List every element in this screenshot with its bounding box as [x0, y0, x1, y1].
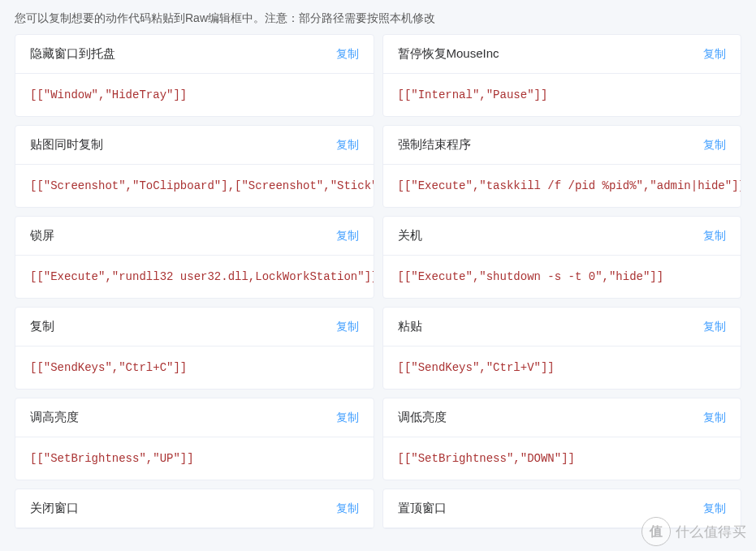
action-card: 置顶窗口复制 — [382, 489, 742, 529]
action-card: 暂停恢复MouseInc复制[["Internal","Pause"]] — [382, 34, 742, 117]
card-header: 暂停恢复MouseInc复制 — [383, 35, 741, 74]
card-title: 复制 — [30, 319, 54, 334]
card-code: [["Internal","Pause"]] — [383, 74, 741, 116]
card-code: [["Execute","taskkill /f /pid %pid%","ad… — [383, 165, 741, 207]
card-code: [["SetBrightness","DOWN"]] — [383, 437, 741, 480]
card-code: [["SendKeys","Ctrl+V"]] — [383, 347, 741, 389]
copy-button[interactable]: 复制 — [336, 501, 359, 516]
copy-button[interactable]: 复制 — [336, 229, 359, 243]
card-header: 粘贴复制 — [383, 308, 741, 347]
copy-button[interactable]: 复制 — [703, 47, 726, 62]
action-card: 锁屏复制[["Execute","rundll32 user32.dll,Loc… — [15, 216, 374, 299]
card-title: 贴图同时复制 — [30, 137, 103, 153]
action-card: 贴图同时复制复制[["Screenshot","ToClipboard"],["… — [15, 125, 374, 208]
card-title: 置顶窗口 — [398, 501, 447, 516]
copy-button[interactable]: 复制 — [703, 501, 726, 516]
card-header: 贴图同时复制复制 — [15, 126, 374, 165]
card-header: 调低亮度复制 — [383, 398, 741, 437]
card-code: [["SendKeys","Ctrl+C"]] — [15, 347, 374, 389]
copy-button[interactable]: 复制 — [336, 411, 359, 425]
cards-grid: 隐藏窗口到托盘复制[["Window","HideTray"]]暂停恢复Mous… — [0, 34, 756, 544]
card-code: [["Execute","rundll32 user32.dll,LockWor… — [15, 256, 374, 298]
card-title: 关机 — [398, 228, 422, 243]
action-card: 关闭窗口复制 — [15, 489, 374, 529]
copy-button[interactable]: 复制 — [703, 320, 726, 334]
card-title: 强制结束程序 — [398, 137, 471, 153]
copy-button[interactable]: 复制 — [703, 411, 726, 425]
card-code: [["Window","HideTray"]] — [15, 74, 374, 116]
card-header: 关机复制 — [383, 217, 741, 256]
page-description: 您可以复制想要的动作代码粘贴到Raw编辑框中。注意：部分路径需要按照本机修改 — [0, 0, 756, 34]
card-header: 复制复制 — [15, 308, 374, 347]
card-code: [["SetBrightness","UP"]] — [15, 437, 374, 480]
action-card: 调高亮度复制[["SetBrightness","UP"]] — [15, 398, 374, 480]
action-card: 强制结束程序复制[["Execute","taskkill /f /pid %p… — [382, 125, 742, 208]
card-title: 调高亮度 — [30, 410, 79, 425]
card-header: 隐藏窗口到托盘复制 — [15, 35, 374, 74]
action-card: 调低亮度复制[["SetBrightness","DOWN"]] — [382, 398, 742, 480]
card-title: 关闭窗口 — [30, 501, 79, 516]
card-title: 暂停恢复MouseInc — [398, 46, 499, 62]
action-card: 粘贴复制[["SendKeys","Ctrl+V"]] — [382, 307, 742, 390]
card-header: 关闭窗口复制 — [15, 489, 374, 528]
copy-button[interactable]: 复制 — [703, 138, 726, 153]
copy-button[interactable]: 复制 — [336, 47, 359, 62]
copy-button[interactable]: 复制 — [703, 229, 726, 243]
action-card: 复制复制[["SendKeys","Ctrl+C"]] — [15, 307, 374, 390]
card-code: [["Screenshot","ToClipboard"],["Screensh… — [15, 165, 374, 207]
card-title: 粘贴 — [398, 319, 422, 334]
card-header: 锁屏复制 — [15, 217, 374, 256]
card-code: [["Execute","shutdown -s -t 0","hide"]] — [383, 256, 741, 298]
copy-button[interactable]: 复制 — [336, 320, 359, 334]
card-header: 调高亮度复制 — [15, 398, 374, 437]
action-card: 关机复制[["Execute","shutdown -s -t 0","hide… — [382, 216, 742, 299]
copy-button[interactable]: 复制 — [336, 138, 359, 153]
action-card: 隐藏窗口到托盘复制[["Window","HideTray"]] — [15, 34, 374, 117]
card-header: 置顶窗口复制 — [383, 489, 741, 528]
card-title: 调低亮度 — [398, 410, 447, 425]
card-header: 强制结束程序复制 — [383, 126, 741, 165]
card-title: 锁屏 — [30, 228, 54, 243]
card-title: 隐藏窗口到托盘 — [30, 46, 115, 62]
